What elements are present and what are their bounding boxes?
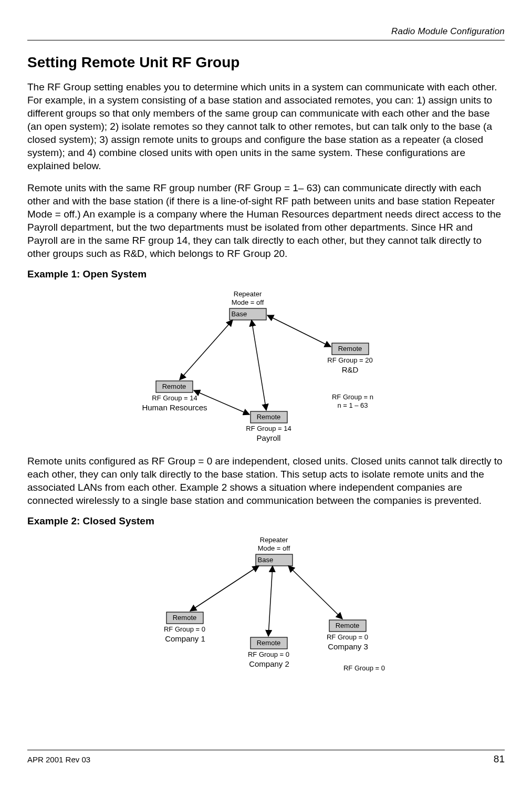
- payroll-remote-label: Remote: [251, 413, 287, 421]
- diagram-open-system: Repeater Mode = off Base Remote RF Group…: [98, 286, 434, 444]
- paragraph-3: Remote units configured as RF Group = 0 …: [27, 454, 505, 507]
- c3-name-label: Company 3: [322, 642, 374, 651]
- diagram-closed-system: Repeater Mode = off Base Remote RF Group…: [98, 533, 434, 680]
- hr-name-label: Human Resources: [133, 403, 217, 412]
- c1-group-label: RF Group = 0: [160, 626, 210, 634]
- example-1-heading: Example 1: Open System: [27, 268, 505, 280]
- paragraph-1: The RF Group setting enables you to dete…: [27, 80, 505, 173]
- svg-line-6: [267, 315, 331, 347]
- svg-line-4: [180, 320, 233, 380]
- n-range-label: n = 1 – 63: [329, 402, 377, 410]
- c3-remote-label: Remote: [329, 622, 366, 630]
- c2-remote-label: Remote: [251, 639, 287, 647]
- paragraph-2: Remote units with the same RF group numb…: [27, 181, 505, 260]
- base-label-2: Base: [256, 556, 295, 564]
- page-title: Setting Remote Unit RF Group: [27, 54, 505, 71]
- mode-label: Mode = off: [228, 299, 267, 307]
- svg-line-14: [288, 566, 342, 619]
- hr-remote-label: Remote: [156, 383, 193, 391]
- c3-group-label: RF Group = 0: [323, 634, 372, 642]
- rd-group-label: RF Group = 20: [324, 357, 377, 365]
- rd-name-label: R&D: [333, 365, 367, 374]
- c2-name-label: Company 2: [243, 659, 296, 668]
- example-2-heading: Example 2: Closed System: [27, 515, 505, 527]
- footer: APR 2001 Rev 03 81: [27, 750, 505, 765]
- repeater-label-2: Repeater: [256, 536, 293, 544]
- repeater-label: Repeater: [230, 291, 266, 298]
- svg-line-12: [190, 566, 259, 611]
- payroll-group-label: RF Group = 14: [243, 425, 295, 433]
- c1-remote-label: Remote: [166, 614, 203, 622]
- page-number: 81: [494, 753, 505, 765]
- svg-line-5: [252, 320, 266, 410]
- mode-label-2: Mode = off: [255, 545, 294, 553]
- footer-left: APR 2001 Rev 03: [27, 755, 90, 764]
- c1-name-label: Company 1: [159, 634, 212, 643]
- header-section: Radio Module Configuration: [27, 26, 505, 37]
- c2-group-label: RF Group = 0: [244, 651, 294, 659]
- svg-line-13: [268, 566, 273, 636]
- rd-remote-label: Remote: [332, 345, 369, 353]
- page: Radio Module Configuration Setting Remot…: [0, 0, 532, 786]
- hr-group-label: RF Group = 14: [149, 395, 201, 402]
- base-label: Base: [230, 311, 268, 318]
- n-group-label: RF Group = n: [324, 394, 382, 401]
- payroll-name-label: Payroll: [248, 433, 290, 442]
- header-rule: [27, 40, 505, 40]
- aside-group-label: RF Group = 0: [336, 665, 393, 673]
